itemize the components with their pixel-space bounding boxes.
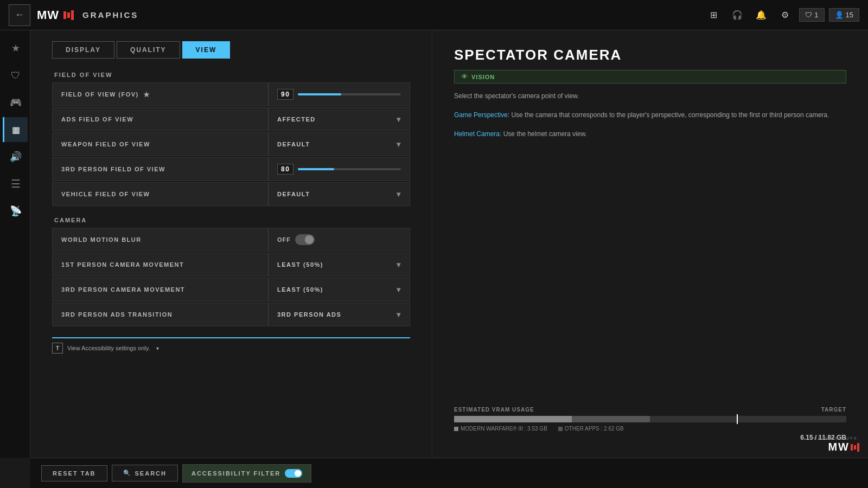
gear-icon[interactable]: ⚙: [775, 5, 795, 25]
fov-star-icon[interactable]: ★: [143, 91, 151, 99]
cod-bars: [851, 443, 859, 452]
logo-bar-3: [71, 10, 74, 20]
3rd-fov-slider-bar[interactable]: [298, 168, 401, 170]
ads-fov-chevron: ▾: [397, 115, 401, 124]
vision-badge: 👁 VISION: [454, 70, 846, 84]
bell-icon[interactable]: 🔔: [751, 5, 771, 25]
sidebar-item-graphics[interactable]: ▦: [3, 117, 28, 142]
rank-value: 1: [814, 11, 818, 19]
vram-other-dot: [558, 427, 563, 431]
vram-bar: [454, 416, 846, 422]
search-button[interactable]: 🔍 SEARCH: [112, 465, 178, 481]
logo-bar-1: [63, 11, 66, 19]
camera-section-header: CAMERA: [52, 217, 410, 223]
game-perspective-label: Game Perspective:: [454, 111, 509, 119]
wmb-toggle-thumb: [305, 235, 314, 244]
vram-mw-fill: [454, 416, 572, 422]
wmb-toggle[interactable]: [295, 234, 315, 245]
tab-view[interactable]: VIEW: [182, 41, 231, 59]
setting-weapon-fov[interactable]: WEAPON FIELD OF VIEW DEFAULT ▾: [52, 132, 410, 156]
sidebar-item-operators[interactable]: 🛡: [3, 63, 28, 88]
weapon-fov-value: DEFAULT ▾: [269, 140, 410, 149]
logo-bars: [63, 10, 74, 20]
vram-header-label: ESTIMATED VRAM USAGE: [454, 407, 534, 413]
3rd-camera-chevron: ▾: [397, 285, 401, 294]
tab-display[interactable]: DISPLAY: [52, 41, 114, 59]
fov-label: FIELD OF VIEW (FOV) ★: [53, 91, 268, 99]
3rd-ads-value: 3RD PERSON ADS ▾: [269, 310, 410, 319]
logo-mw-text: MW: [37, 8, 59, 22]
world-motion-blur-label: WORLD MOTION BLUR: [53, 236, 268, 243]
sidebar-item-audio[interactable]: 🔊: [3, 144, 28, 169]
vram-target-line: [737, 414, 738, 424]
1st-camera-chevron: ▾: [397, 260, 401, 269]
setting-ads-fov[interactable]: ADS FIELD OF VIEW AFFECTED ▾: [52, 107, 410, 131]
3rd-fov-label: 3RD PERSON FIELD OF VIEW: [53, 166, 268, 172]
vram-target-label: TARGET: [821, 407, 846, 413]
setting-3rd-ads[interactable]: 3RD PERSON ADS TRANSITION 3RD PERSON ADS…: [52, 303, 410, 326]
player-badge: 👤 15: [829, 8, 859, 22]
setting-1st-camera[interactable]: 1ST PERSON CAMERA MOVEMENT LEAST (50%) ▾: [52, 253, 410, 277]
logo: MW: [37, 8, 74, 22]
sidebar-item-favorites[interactable]: ★: [3, 36, 28, 61]
filter-toggle[interactable]: [285, 469, 302, 478]
accessibility-filter-button[interactable]: ACCESSIBILITY FILTER: [182, 464, 311, 483]
shield-icon: 🛡: [11, 70, 21, 81]
sidebar-item-controller[interactable]: 🎮: [3, 90, 28, 115]
wmb-toggle-label: OFF: [277, 236, 291, 243]
3rd-fov-slider-fill: [298, 168, 334, 170]
vision-label: VISION: [471, 74, 495, 80]
accessibility-chevron: ▾: [156, 345, 159, 351]
grid-icon[interactable]: ⊞: [704, 5, 723, 25]
vram-labels: MODERN WARFARE® III : 3.53 GB OTHER APPS…: [454, 426, 846, 432]
graphics-icon: ▦: [12, 125, 20, 135]
reset-tab-button[interactable]: RESET TAB: [41, 465, 107, 481]
setting-fov[interactable]: FIELD OF VIEW (FOV) ★ 90: [52, 82, 410, 106]
fov-slider-bar[interactable]: [298, 93, 401, 95]
panel-game-perspective: Game Perspective: Use the camera that co…: [454, 110, 846, 120]
panel-description: Select the spectator's camera point of v…: [454, 91, 846, 101]
sidebar-item-account[interactable]: 📡: [3, 198, 28, 223]
weapon-fov-label: WEAPON FIELD OF VIEW: [53, 141, 268, 147]
vram-header: ESTIMATED VRAM USAGE TARGET: [454, 407, 846, 413]
player-count: 15: [846, 11, 853, 19]
setting-world-motion-blur[interactable]: WORLD MOTION BLUR OFF: [52, 228, 410, 252]
rank-badge: 🛡 1: [799, 8, 824, 22]
main-content: DISPLAY QUALITY VIEW FIELD OF VIEW FIELD…: [30, 30, 868, 458]
ads-fov-value: AFFECTED ▾: [269, 115, 410, 124]
wmb-value: OFF: [269, 234, 410, 245]
fov-slider-container: 90: [277, 89, 401, 100]
1st-camera-label: 1ST PERSON CAMERA MOVEMENT: [53, 261, 268, 268]
vehicle-fov-value: DEFAULT ▾: [269, 190, 410, 198]
setting-3rd-camera[interactable]: 3RD PERSON CAMERA MOVEMENT LEAST (50%) ▾: [52, 278, 410, 301]
accessibility-text: View Accessibility settings only.: [67, 345, 150, 351]
panel-title: SPECTATOR CAMERA: [454, 47, 846, 63]
page-title: GRAPHICS: [82, 10, 138, 20]
camera-section: CAMERA WORLD MOTION BLUR OFF 1ST PERSON …: [52, 217, 410, 326]
fov-section-header: FIELD OF VIEW: [52, 72, 410, 78]
wmb-toggle-container: OFF: [277, 234, 315, 245]
setting-vehicle-fov[interactable]: VEHICLE FIELD OF VIEW DEFAULT ▾: [52, 182, 410, 206]
right-panel: SPECTATOR CAMERA 👁 VISION Select the spe…: [432, 30, 868, 458]
sidebar-item-interface[interactable]: ☰: [3, 171, 28, 196]
cod-mw-text: MW: [828, 441, 850, 453]
headphones-icon[interactable]: 🎧: [727, 5, 747, 25]
3rd-fov-slider-container: 80: [277, 164, 401, 175]
cod-bar-2: [854, 445, 856, 450]
3rd-ads-label: 3RD PERSON ADS TRANSITION: [53, 311, 268, 318]
back-button[interactable]: ←: [9, 4, 30, 26]
helmet-label: Helmet Camera:: [454, 130, 501, 138]
gamepad-icon: 🎮: [10, 97, 22, 108]
fov-label-text: FIELD OF VIEW (FOV): [61, 91, 139, 98]
tab-quality[interactable]: QUALITY: [117, 41, 180, 59]
helmet-text: Use the helmet camera view.: [503, 130, 587, 138]
accessibility-t-icon: T: [52, 343, 63, 354]
fov-value: 90: [269, 89, 410, 100]
setting-3rd-fov[interactable]: 3RD PERSON FIELD OF VIEW 80: [52, 157, 410, 181]
star-icon: ★: [11, 42, 20, 54]
filter-toggle-thumb: [295, 470, 301, 477]
vram-other-label: OTHER APPS : 2.62 GB: [558, 426, 624, 432]
accessibility-filter-label: ACCESSIBILITY FILTER: [192, 470, 280, 477]
fov-slider-fill: [298, 93, 341, 95]
shield-icon: 🛡: [805, 11, 812, 19]
